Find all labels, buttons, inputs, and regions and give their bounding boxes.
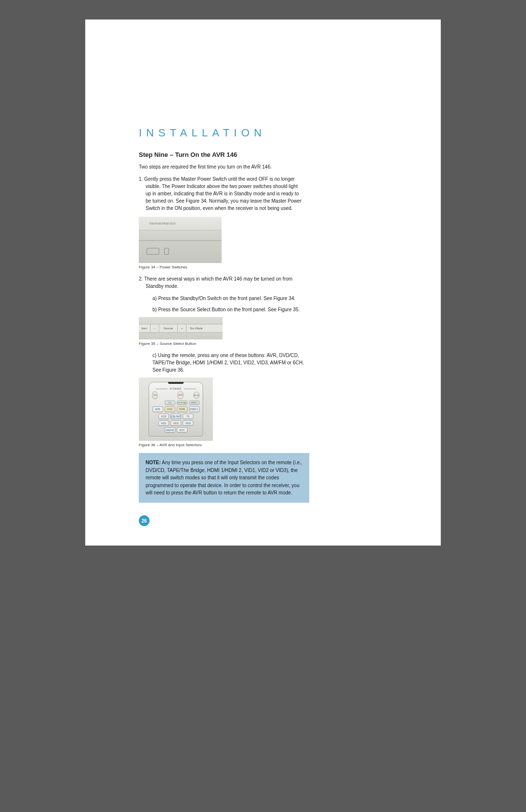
- note-label: NOTE:: [146, 460, 161, 465]
- remote-vcr-button-icon: VCR: [158, 414, 169, 419]
- figure-36-remote: POWER ON OFF MUTE CD The Bridge HDMI 2 A…: [139, 378, 213, 441]
- step-heading: Step Nine – Turn On the AVR 146: [139, 151, 387, 158]
- remote-row-4: VCR CBL/SAT TV: [152, 414, 200, 419]
- standby-switch-icon: [164, 248, 169, 255]
- manual-page: INSTALLATION Step Nine – Turn On the AVR…: [85, 19, 441, 546]
- remote-tv-button-icon: TV: [183, 414, 193, 419]
- device-panel-strip: [139, 230, 222, 241]
- figure-36-caption: Figure 36 – AVR and Input Selectors: [139, 443, 387, 447]
- remote-bridge-label: The Bridge: [177, 400, 188, 405]
- remote-ir-window-icon: [168, 382, 184, 384]
- figure-34-power-switches: harman/kardon: [139, 217, 222, 263]
- remote-power-label: POWER: [152, 387, 200, 390]
- remote-vid1-button-icon: VID1: [158, 420, 169, 426]
- step-2a: a) Press the Standby/On Switch on the fr…: [139, 295, 304, 302]
- source-select-row: kam – Source + Sur Mode: [139, 324, 223, 333]
- remote-power-row: ON OFF MUTE: [152, 391, 200, 399]
- note-text: Any time you press one of the Input Sele…: [146, 460, 302, 495]
- remote-control-icon: POWER ON OFF MUTE CD The Bridge HDMI 2 A…: [149, 382, 203, 436]
- remote-vid2-button-icon: VID2: [170, 420, 181, 426]
- remote-cblsat-button-icon: CBL/SAT: [170, 414, 181, 419]
- remote-row-5: VID1 VID2 VID3: [152, 420, 200, 426]
- figure-35-caption: Figure 35 – Source Select Button: [139, 341, 387, 346]
- remote-hdmi2-label: HDMI 2: [189, 400, 200, 405]
- figure-34-caption: Figure 34 – Power Switches: [139, 265, 387, 269]
- intro-text: Two steps are required the first time yo…: [139, 163, 304, 170]
- remote-mute-button-icon: MUTE: [193, 392, 200, 398]
- source-cell: Source: [159, 324, 178, 332]
- page-number-badge: 26: [139, 515, 150, 526]
- source-cell: +: [178, 324, 187, 332]
- remote-cd-label: CD: [165, 400, 175, 405]
- remote-tape-button-icon: TAPE: [177, 406, 188, 412]
- step-2b: b) Press the Source Select Button on the…: [139, 306, 304, 313]
- section-title: INSTALLATION: [139, 127, 387, 139]
- remote-off-button-icon: OFF: [177, 391, 183, 399]
- remote-6ch-button-icon: 6CH: [177, 427, 188, 433]
- remote-hdmi1-button-icon: HDMI 1: [189, 406, 200, 412]
- device-switch-area: [139, 241, 222, 263]
- step-2: 2. There are several ways in which the A…: [139, 275, 304, 290]
- figure-35-source-select: kam – Source + Sur Mode: [139, 317, 223, 340]
- master-power-switch-icon: [147, 248, 159, 255]
- remote-amfm-button-icon: AM/FM: [165, 427, 175, 433]
- device-brand-label: harman/kardon: [139, 217, 222, 230]
- note-box: NOTE: Any time you press one of the Inpu…: [139, 453, 309, 503]
- remote-vid3-button-icon: VID3: [183, 420, 193, 426]
- remote-avr-button-icon: AVR: [152, 406, 163, 412]
- remote-row-6: AM/FM 6CH: [152, 427, 200, 433]
- remote-row-3: AVR DVD TAPE HDMI 1: [152, 406, 200, 412]
- remote-row-labels: CD The Bridge HDMI 2: [152, 400, 200, 405]
- source-cell: Sur Mode: [187, 324, 206, 332]
- remote-on-button-icon: ON: [152, 391, 158, 399]
- step-1: 1. Gently press the Master Power Switch …: [139, 175, 304, 212]
- source-cell: kam: [139, 324, 150, 332]
- source-cell: –: [150, 324, 159, 332]
- remote-dvd-button-icon: DVD: [165, 406, 175, 412]
- step-2c: c) Using the remote, press any one of th…: [139, 352, 304, 374]
